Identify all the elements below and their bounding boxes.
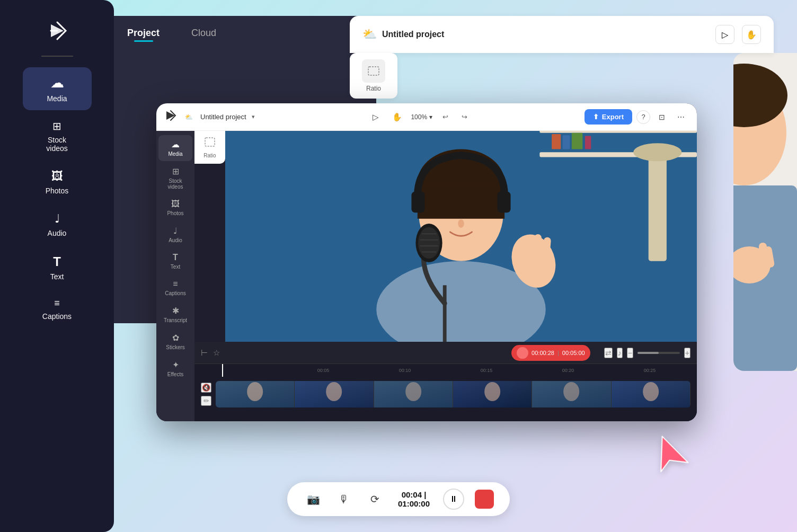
editor-ratio-tab[interactable]: Ratio — [194, 131, 225, 164]
svg-point-35 — [520, 349, 525, 354]
stock-videos-icon: ⊞ — [52, 120, 61, 132]
top-bar-cloud-icon: ⛅ — [362, 28, 377, 41]
track-mute-button[interactable]: 🔇 — [201, 383, 211, 393]
track-controls: 🔇 ✏ — [201, 383, 211, 406]
svg-marker-43 — [653, 436, 693, 477]
svg-rect-29 — [649, 152, 667, 261]
timeline-star-button[interactable]: ☆ — [213, 348, 220, 358]
project-dropdown-icon[interactable]: ▾ — [252, 113, 255, 120]
ratio-tab-label: Ratio — [203, 153, 216, 158]
editor-sidebar-media[interactable]: ☁ Media — [158, 135, 192, 161]
cloud-tab[interactable]: Cloud — [191, 28, 216, 42]
editor-hand-button[interactable]: ✋ — [389, 110, 404, 125]
timeline-tracks: 🔇 ✏ — [194, 377, 697, 412]
editor-stock-label: Stock videos — [161, 178, 190, 190]
svg-rect-33 — [572, 133, 583, 149]
editor-settings-button[interactable]: ⊡ — [654, 110, 669, 125]
sidebar-item-label-media: Media — [47, 94, 67, 103]
recording-time-separator: | — [424, 490, 426, 499]
ruler-playhead — [222, 364, 223, 377]
editor-sidebar-audio[interactable]: ♩ Audio — [158, 221, 192, 247]
timeline-trim-button[interactable]: ⊢ — [201, 348, 208, 358]
filmstrip-frame-2 — [295, 381, 374, 407]
timeline-zoom-out-button[interactable]: − — [627, 348, 633, 358]
editor-help-button[interactable]: ? — [636, 110, 650, 124]
timeline-ruler: 00:05 00:10 00:15 00:20 00:25 — [194, 364, 697, 377]
ruler-tick-3: 00:15 — [446, 368, 527, 373]
editor-captions-icon: ≡ — [173, 279, 178, 289]
captions-icon: ≡ — [54, 298, 60, 309]
recording-mic-button[interactable]: 🎙 — [334, 489, 354, 509]
ruler-tick-5: 00:25 — [609, 368, 690, 373]
editor-sidebar-stickers[interactable]: ✿ Stickers — [158, 329, 192, 354]
top-bar: ⛅ Untitled project ▷ ✋ — [350, 16, 774, 53]
sidebar-item-captions[interactable]: ≡ Captions — [23, 290, 92, 328]
project-tab[interactable]: Project — [127, 28, 160, 42]
editor-text-icon: T — [173, 253, 178, 262]
filmstrip-frame-5 — [532, 381, 611, 407]
editor-play-button[interactable]: ▷ — [368, 110, 383, 125]
sidebar-item-label-audio: Audio — [48, 229, 67, 237]
recording-loop-button[interactable]: ⟳ — [365, 489, 385, 509]
recording-camera-button[interactable]: 📷 — [303, 489, 323, 509]
editor-redo-button[interactable]: ↪ — [458, 111, 471, 123]
svg-rect-6 — [539, 131, 697, 133]
media-icon: ☁ — [50, 75, 64, 91]
export-label: Export — [602, 113, 624, 121]
timeline-zoom-slider[interactable] — [637, 352, 680, 354]
podcast-svg — [225, 131, 697, 343]
editor-effects-label: Effects — [167, 371, 183, 377]
timeline-time-current: 00:00:28 — [532, 350, 554, 356]
editor-logo-icon — [165, 110, 176, 124]
ruler-tick-4: 00:20 — [527, 368, 609, 373]
svg-rect-32 — [563, 135, 570, 149]
sidebar-divider — [41, 56, 73, 57]
sidebar-item-stock-videos[interactable]: ⊞ Stockvideos — [23, 112, 92, 160]
svg-rect-2 — [205, 138, 215, 146]
ratio-icon — [362, 59, 385, 83]
timeline-audio-button[interactable]: ♪ — [617, 348, 623, 358]
editor-audio-icon: ♩ — [173, 226, 178, 236]
filmstrip-frame-3 — [374, 381, 453, 407]
editor-transcript-label: Transcript — [164, 317, 187, 323]
editor-undo-button[interactable]: ↩ — [439, 111, 451, 123]
sidebar-item-photos[interactable]: 🖼 Photos — [23, 162, 92, 202]
editor-stickers-label: Stickers — [166, 344, 185, 350]
sidebar-item-media[interactable]: ☁ Media — [23, 67, 92, 110]
right-person-decoration — [733, 53, 797, 371]
filmstrip-frame-4 — [453, 381, 532, 407]
editor-export-button[interactable]: ⬆ Export — [585, 109, 632, 125]
ruler-tick-2: 00:10 — [364, 368, 446, 373]
editor-sidebar-captions[interactable]: ≡ Captions — [158, 275, 192, 300]
timeline-time-total: 00:05:00 — [562, 350, 585, 356]
svg-point-38 — [326, 382, 342, 401]
svg-point-42 — [643, 382, 659, 401]
top-bar-play-btn[interactable]: ▷ — [715, 25, 734, 44]
editor-window: ⛅ Untitled project ▾ ▷ ✋ 100% ▾ ↩ ↪ ⬆ Ex… — [156, 103, 697, 421]
timeline-area: ⊢ ☆ 00:00:28 | 00:05:00 ⇄ ♪ − + — [194, 342, 697, 421]
timeline-sync-button[interactable]: ⇄ — [604, 348, 613, 358]
svg-rect-34 — [585, 136, 591, 149]
editor-more-button[interactable]: ⋯ — [674, 110, 688, 125]
editor-sidebar-photos[interactable]: 🖼 Photos — [158, 195, 192, 220]
recording-pause-button[interactable]: ⏸ — [443, 489, 464, 510]
timeline-zoom-in-button[interactable]: + — [684, 348, 690, 358]
svg-point-39 — [405, 382, 421, 401]
track-filmstrip — [216, 381, 690, 407]
editor-sidebar-transcript[interactable]: ✱ Transcript — [158, 302, 192, 327]
recording-current-time: 00:04 — [402, 490, 422, 499]
sidebar-item-audio[interactable]: ♩ Audio — [23, 205, 92, 245]
track-edit-button[interactable]: ✏ — [201, 396, 211, 406]
editor-sidebar-stock[interactable]: ⊞ Stock videos — [158, 162, 192, 194]
editor-sidebar-effects[interactable]: ✦ Effects — [158, 356, 192, 382]
ratio-panel[interactable]: Ratio — [350, 53, 397, 99]
svg-rect-14 — [411, 191, 424, 212]
ratio-tab-icon — [204, 136, 216, 150]
recording-stop-button[interactable] — [475, 490, 494, 509]
top-bar-hand-btn[interactable]: ✋ — [742, 25, 761, 44]
left-sidebar: ☁ Media ⊞ Stockvideos 🖼 Photos ♩ Audio T… — [0, 0, 114, 532]
recording-bar: 📷 🎙 ⟳ 00:04 | 01:00:00 ⏸ — [287, 482, 510, 516]
editor-zoom-control[interactable]: 100% ▾ — [411, 113, 432, 121]
sidebar-item-text[interactable]: T Text — [23, 247, 92, 288]
editor-sidebar-text[interactable]: T Text — [158, 249, 192, 274]
